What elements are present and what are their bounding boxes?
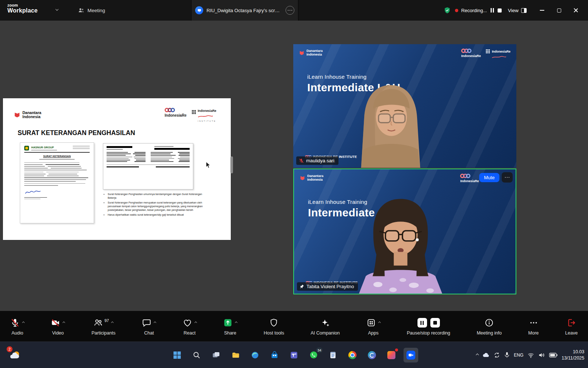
canva-icon bbox=[368, 351, 376, 359]
toolbar-video-button[interactable]: Video bbox=[51, 317, 65, 336]
chat-options-chevron-icon[interactable] bbox=[154, 321, 157, 324]
mic-muted-icon bbox=[10, 318, 20, 328]
toolbar-audio-button[interactable]: Audio bbox=[10, 317, 24, 336]
bullet-item: Harus diperhatikan waktu surat keteranga… bbox=[108, 213, 211, 217]
participants-options-chevron-icon[interactable] bbox=[111, 321, 114, 324]
security-shield-icon[interactable] bbox=[444, 7, 451, 14]
participants-icon bbox=[93, 318, 103, 328]
institute-dotgrid-icon bbox=[486, 49, 490, 60]
toolbar-leave-button[interactable]: Leave bbox=[565, 317, 578, 336]
notepad-button[interactable] bbox=[326, 348, 340, 362]
toolbar-react-button[interactable]: React bbox=[183, 317, 197, 336]
photos-icon bbox=[387, 351, 395, 359]
indonesiare-rings-icon bbox=[461, 49, 481, 53]
zoom-taskbar-button[interactable] bbox=[404, 348, 418, 362]
toolbar-ai-companion-button[interactable]: AI Companion bbox=[311, 317, 340, 336]
tray-expand-chevron-icon[interactable] bbox=[476, 353, 478, 356]
video-tile-tabita-active-speaker[interactable]: Danantara Indonesia IndonesiaRe Mute iLe… bbox=[293, 169, 516, 294]
logo-workplace-text: Workplace bbox=[7, 8, 37, 14]
letter-company-name: HASNUR GROUP bbox=[31, 146, 57, 149]
participants-count-badge: 97 bbox=[104, 318, 109, 323]
weather-widget[interactable]: 2 bbox=[5, 346, 25, 365]
stop-recording-icon[interactable] bbox=[498, 8, 502, 13]
tile-more-button[interactable] bbox=[502, 172, 513, 183]
toolbar-share-button[interactable]: Share bbox=[223, 317, 237, 336]
indonesiare-wordmark: IndonesiaRe bbox=[460, 179, 479, 183]
toolbar-chat-button[interactable]: Chat bbox=[142, 317, 156, 336]
canva-button[interactable] bbox=[365, 348, 379, 362]
task-view-icon bbox=[212, 351, 220, 359]
start-button[interactable] bbox=[170, 348, 184, 362]
chrome-icon bbox=[348, 351, 356, 359]
shared-screen-tab-more-button[interactable] bbox=[286, 6, 294, 15]
language-indicator[interactable]: ENG bbox=[514, 353, 523, 358]
pause-recording-button[interactable] bbox=[417, 318, 427, 328]
bullet-item: Surat Keterangan Penghasilan umumnya ber… bbox=[108, 192, 211, 200]
onedrive-icon[interactable] bbox=[482, 352, 490, 358]
teams-button[interactable] bbox=[287, 348, 301, 362]
chat-icon bbox=[142, 318, 151, 328]
clock[interactable]: 10.03 13/11/2025 bbox=[562, 349, 584, 361]
close-button[interactable] bbox=[567, 0, 584, 21]
search-button[interactable] bbox=[189, 348, 204, 362]
ms-store-button[interactable] bbox=[267, 348, 282, 362]
indonesiare-wordmark: IndonesiaRe bbox=[165, 113, 186, 117]
edge-icon bbox=[251, 351, 259, 359]
slip-table bbox=[107, 151, 190, 163]
tab-meeting[interactable]: Meeting bbox=[78, 0, 105, 21]
windows-taskbar: 2 bbox=[0, 342, 588, 368]
institute-scribble-icon bbox=[198, 115, 213, 118]
shared-screen-tab-label: RIU_Dwigita Octasya Fajry's screen bbox=[207, 8, 282, 13]
share-options-chevron-icon[interactable] bbox=[235, 321, 238, 324]
toolbar-host-tools-button[interactable]: Host tools bbox=[264, 317, 284, 336]
view-button[interactable]: View bbox=[508, 8, 527, 13]
task-view-button[interactable] bbox=[209, 348, 223, 362]
chrome-button[interactable] bbox=[345, 348, 360, 362]
toolbar-meeting-info-button[interactable]: Meeting info bbox=[477, 317, 502, 336]
whatsapp-button[interactable]: 34 bbox=[306, 348, 321, 362]
salary-slip-document bbox=[103, 143, 193, 190]
photos-button[interactable] bbox=[384, 348, 399, 362]
file-explorer-button[interactable] bbox=[228, 348, 243, 362]
danantara-text-line2: Indonesia bbox=[22, 114, 40, 119]
react-options-chevron-icon[interactable] bbox=[194, 321, 197, 324]
tray-mic-icon[interactable] bbox=[504, 352, 510, 358]
battery-icon[interactable] bbox=[549, 353, 557, 358]
participant-name-label: Tabita Violent Prayitno bbox=[297, 282, 358, 291]
toolbar-apps-button[interactable]: Apps bbox=[366, 317, 380, 336]
shared-screen-view: Danantara Indonesia IndonesiaRe Indonesi… bbox=[3, 98, 231, 240]
slide-bullets: Surat Keterangan Penghasilan umumnya ber… bbox=[104, 192, 211, 217]
workspace-dropdown-chevron-icon[interactable] bbox=[55, 8, 59, 11]
toolbar-participants-button[interactable]: 97 Participants bbox=[92, 317, 115, 336]
tab-shared-screen[interactable]: RIU_Dwigita Octasya Fajry's screen bbox=[191, 0, 298, 21]
stop-recording-button[interactable] bbox=[430, 318, 440, 328]
logo-zoom-text: zoom bbox=[7, 3, 37, 8]
date: 13/11/2025 bbox=[562, 355, 584, 361]
mute-participant-button[interactable]: Mute bbox=[479, 173, 499, 182]
titlebar-right-controls: Recording... View bbox=[444, 0, 584, 21]
slide-title: SURAT KETERANGAN PENGHASILAN bbox=[18, 129, 135, 137]
meeting-info-icon bbox=[484, 318, 494, 328]
hasnur-logo-icon bbox=[24, 146, 29, 151]
audio-options-chevron-icon[interactable] bbox=[22, 321, 25, 324]
pause-recording-icon[interactable] bbox=[490, 7, 495, 13]
participant-name-label: maulidya sari bbox=[296, 156, 338, 165]
video-options-chevron-icon[interactable] bbox=[62, 321, 65, 324]
minimize-button[interactable] bbox=[534, 0, 551, 21]
teams-icon bbox=[290, 351, 298, 359]
maximize-button[interactable] bbox=[551, 0, 567, 21]
wifi-icon[interactable] bbox=[527, 352, 534, 358]
edge-browser-button[interactable] bbox=[248, 348, 262, 362]
scroll-thumb[interactable] bbox=[230, 156, 233, 173]
file-explorer-icon bbox=[232, 351, 240, 359]
shared-screen-tab-icon bbox=[195, 6, 203, 14]
search-icon bbox=[193, 351, 201, 359]
titlebar: zoom Workplace Meeting RIU_Dwigita Octas… bbox=[0, 0, 588, 21]
video-tile-maulidya[interactable]: Danantara Indonesia IndonesiaRe Indonesi… bbox=[293, 44, 516, 168]
zoom-meeting-window: zoom Workplace Meeting RIU_Dwigita Octas… bbox=[0, 0, 588, 368]
toolbar-more-button[interactable]: More bbox=[528, 317, 538, 336]
sync-icon[interactable] bbox=[494, 352, 500, 358]
mouse-cursor bbox=[206, 162, 211, 169]
apps-options-chevron-icon[interactable] bbox=[378, 321, 381, 324]
volume-icon[interactable] bbox=[538, 352, 545, 358]
